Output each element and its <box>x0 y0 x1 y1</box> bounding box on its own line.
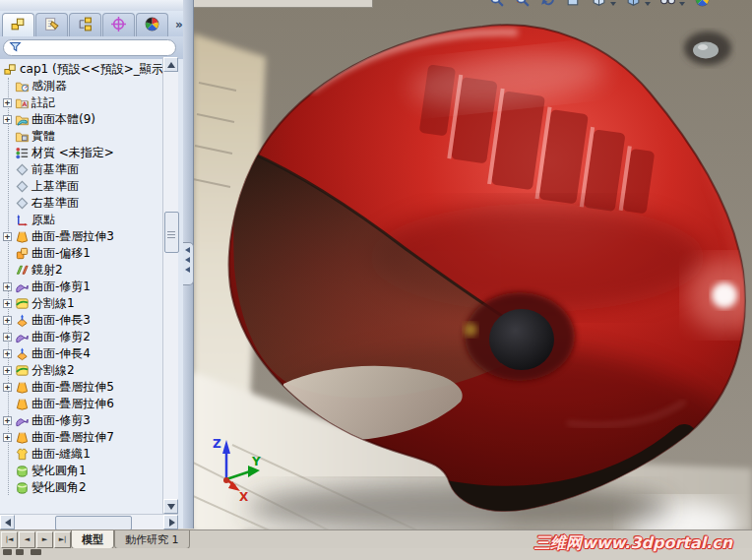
tree-item[interactable]: +曲面-修剪1 <box>0 279 91 295</box>
document-tab-2[interactable]: 動作研究 1 <box>114 530 190 549</box>
zoom-area-icon[interactable] <box>514 0 531 11</box>
surface-extrude-icon <box>15 313 30 328</box>
tree-item[interactable]: +曲面-伸長4 <box>0 345 91 362</box>
tree-item[interactable]: +曲面本體(9) <box>0 111 95 128</box>
watermark: 三维网www.3dportal.cn <box>534 533 749 554</box>
svg-text:A: A <box>22 100 27 107</box>
surface-bodies-icon <box>15 112 30 127</box>
zoom-area-icon <box>514 0 531 11</box>
tree-vertical-scrollbar[interactable] <box>162 57 178 514</box>
expander-plus[interactable]: + <box>3 316 12 325</box>
tree-item[interactable]: 曲面-疊層拉伸6 <box>0 396 114 412</box>
surface-offset-icon <box>15 246 30 261</box>
fm-tab-properties[interactable] <box>35 13 68 36</box>
tree-item-label: 材質 <未指定> <box>31 145 114 161</box>
expander-plus[interactable]: + <box>3 333 12 342</box>
tree-item[interactable]: +曲面-修剪3 <box>0 412 91 429</box>
zoom-fit-icon[interactable] <box>488 0 505 11</box>
vertical-scroll-thumb[interactable] <box>164 212 179 253</box>
appearance-icon <box>694 0 711 11</box>
tree-item-label: 曲面-疊層拉伸7 <box>31 429 114 446</box>
tree-item[interactable]: 材質 <未指定> <box>0 145 114 161</box>
tree-item[interactable]: 變化圓角1 <box>0 463 87 479</box>
triad-x-label: X <box>239 490 249 504</box>
tree-item[interactable]: +曲面-疊層拉伸7 <box>0 429 114 446</box>
tree-item-label: 曲面-縫織1 <box>31 446 91 463</box>
tree-item[interactable]: 原點 <box>0 212 55 228</box>
fm-dimxpert-icon <box>110 16 127 35</box>
3d-viewport[interactable]: Z Y X <box>193 0 752 531</box>
previous-view-icon[interactable] <box>539 0 556 11</box>
tree-item[interactable]: +曲面-伸長3 <box>0 312 91 329</box>
horizontal-scroll-thumb[interactable] <box>55 516 132 530</box>
tree-item[interactable]: +曲面-修剪2 <box>0 329 91 345</box>
tree-item[interactable]: +A註記 <box>0 94 55 111</box>
tree-item[interactable]: 曲面-偏移1 <box>0 245 91 262</box>
surface-loft-icon <box>15 430 30 445</box>
last-view-button[interactable]: ►| <box>54 531 71 548</box>
tree-item[interactable]: 感測器 <box>0 78 67 94</box>
tree-item[interactable]: +分割線2 <box>0 362 75 379</box>
view-orientation-icon <box>591 0 607 11</box>
tree-root-item[interactable]: cap1 (預設<<預設>_顯示狀 <box>0 61 162 78</box>
tree-item[interactable]: 變化圓角2 <box>0 479 87 496</box>
expander-plus[interactable]: + <box>3 383 12 392</box>
document-tab-1[interactable]: 模型 <box>71 530 114 549</box>
fm-display-icon <box>144 16 160 35</box>
scroll-up-button[interactable] <box>163 57 178 72</box>
view-orientation-icon[interactable] <box>591 0 607 11</box>
panel-collapse-handle[interactable] <box>183 242 194 285</box>
tree-item[interactable]: +曲面-疊層拉伸5 <box>0 379 114 396</box>
tree-item[interactable]: 曲面-縫織1 <box>0 446 91 463</box>
material-icon <box>15 146 30 160</box>
previous-view-icon <box>539 0 556 11</box>
tree-item-label: 曲面-疊層拉伸3 <box>31 228 114 245</box>
expander-plus[interactable]: + <box>3 232 12 241</box>
tree-item-label: 曲面-疊層拉伸5 <box>31 379 114 396</box>
tab-overflow-chevron[interactable]: » <box>175 18 183 31</box>
tree-horizontal-scrollbar[interactable] <box>0 514 178 529</box>
display-style-icon[interactable] <box>625 0 642 11</box>
display-style-icon <box>625 0 642 11</box>
expander-plus[interactable]: + <box>3 366 12 375</box>
tree-filter-input[interactable] <box>3 39 176 56</box>
section-view-icon[interactable] <box>565 0 582 11</box>
fm-tab-dimxpert[interactable] <box>102 13 135 36</box>
scroll-left-button[interactable] <box>0 515 15 529</box>
panel-splitter[interactable] <box>183 0 194 529</box>
expander-plus[interactable]: + <box>3 115 12 124</box>
expander-plus[interactable]: + <box>3 299 12 308</box>
dropdown-caret-icon[interactable] <box>645 2 651 6</box>
tree-item[interactable]: 實體 <box>0 128 55 145</box>
tree-item[interactable]: 前基準面 <box>0 161 79 178</box>
fm-tab-display[interactable] <box>136 13 168 36</box>
tree-item[interactable]: +曲面-疊層拉伸3 <box>0 228 114 245</box>
previous-view-button[interactable]: ◄ <box>19 531 35 548</box>
expander-plus[interactable]: + <box>3 433 12 442</box>
dropdown-caret-icon[interactable] <box>679 2 685 6</box>
expander-plus[interactable]: + <box>3 282 12 291</box>
tree-item-label: 曲面-修剪2 <box>31 329 91 345</box>
tree-item[interactable]: 右基準面 <box>0 195 79 212</box>
tree-item[interactable]: 上基準面 <box>0 178 79 195</box>
expander-plus[interactable]: + <box>3 416 12 425</box>
expander-plus[interactable]: + <box>3 349 12 358</box>
tree-item-label: 曲面-伸長3 <box>31 312 91 329</box>
scroll-right-button[interactable] <box>163 515 178 529</box>
split-line-icon <box>15 296 30 311</box>
first-view-button[interactable]: |◄ <box>1 531 18 548</box>
appearance-icon[interactable] <box>694 0 711 11</box>
fm-tab-features[interactable] <box>2 13 34 36</box>
hide-show-items-icon[interactable] <box>659 0 676 11</box>
tree-item[interactable]: 鏡射2 <box>0 262 63 279</box>
toolbar-remnant <box>193 0 373 8</box>
expander-plus[interactable]: + <box>3 98 12 107</box>
filter-funnel-icon <box>9 40 22 56</box>
dropdown-caret-icon[interactable] <box>610 2 616 6</box>
next-view-button[interactable]: ► <box>36 531 53 548</box>
scroll-down-button[interactable] <box>163 499 178 514</box>
tree-item[interactable]: +分割線1 <box>0 295 75 312</box>
triad-y-label: Y <box>251 455 261 468</box>
tree-item-label: 分割線1 <box>31 295 75 312</box>
fm-tab-configurations[interactable] <box>69 13 101 36</box>
